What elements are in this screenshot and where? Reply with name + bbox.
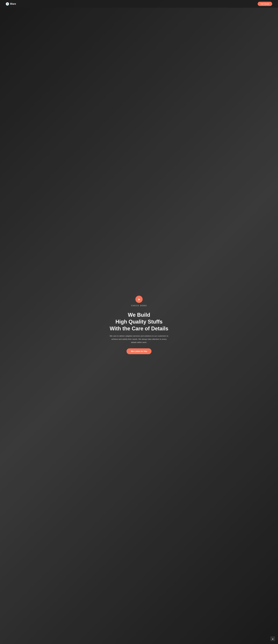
- hero-line2: High Quality Stuffs: [116, 319, 162, 325]
- navbar: 🌐 Blare Get Quote: [0, 0, 278, 8]
- hero-section: CHECK DEMO We Build High Quality Stuffs …: [0, 0, 278, 644]
- scroll-top-button[interactable]: ▲: [270, 636, 275, 641]
- play-button[interactable]: [135, 296, 143, 303]
- hero-headline: We Build High Quality Stuffs With the Ca…: [108, 312, 170, 332]
- hero-cta-button[interactable]: We Listen to You: [126, 348, 152, 354]
- logo-text: Blare: [10, 2, 16, 5]
- hero-description: We care to deliver adaptive services and…: [108, 334, 170, 344]
- check-demo-label: CHECK DEMO: [108, 304, 170, 307]
- hero-line1: We Build: [128, 312, 150, 318]
- logo-icon: 🌐: [6, 2, 9, 6]
- nav-cta-button[interactable]: Get Quote: [258, 2, 272, 6]
- hero-content: CHECK DEMO We Build High Quality Stuffs …: [108, 296, 170, 354]
- nav-logo: 🌐 Blare: [6, 2, 16, 6]
- hero-line3: With the Care of Details: [110, 326, 168, 332]
